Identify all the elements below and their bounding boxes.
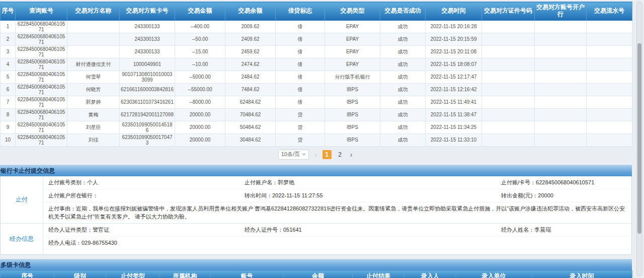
table-cell bbox=[535, 96, 587, 108]
table-cell bbox=[535, 108, 587, 121]
transactions-header-row: 序号查询账号交易对方名称交易对方账卡号交易金额交易余额借贷标志交易类型交易是否成… bbox=[1, 2, 632, 21]
table-cell bbox=[535, 45, 587, 58]
column-header: 查询账号 bbox=[16, 2, 67, 21]
table-cell: EPAY bbox=[325, 45, 380, 58]
table-cell bbox=[67, 45, 120, 58]
table-cell: 贷 bbox=[276, 108, 325, 121]
table-cell: 3 bbox=[1, 45, 16, 58]
table-cell: IBPS bbox=[325, 108, 380, 121]
stop-account-name-field: 止付账户名：郭梦艳 bbox=[245, 179, 501, 186]
table-cell: --15.00 bbox=[175, 45, 225, 58]
table-row: 96228450068040610571刘星臣62350109905001451… bbox=[1, 121, 632, 133]
table-cell: 刘星臣 bbox=[67, 121, 120, 133]
table-cell: 贷 bbox=[276, 121, 325, 133]
scrollbar-thumb[interactable] bbox=[637, 43, 641, 234]
table-cell: 6235010990500170473 bbox=[120, 133, 175, 146]
column-header: 交易金额 bbox=[175, 2, 225, 21]
table-cell bbox=[535, 33, 587, 45]
table-cell: 成功 bbox=[380, 121, 426, 133]
table-cell: 6228450068040610571 bbox=[16, 71, 67, 83]
table-row: 86228450068040610571黄梅621728194200112709… bbox=[1, 108, 632, 121]
table-cell: 6228450068040610571 bbox=[16, 108, 67, 121]
chevron-right-icon[interactable]: › bbox=[349, 150, 354, 159]
table-cell: 243300133 bbox=[120, 33, 175, 45]
table-cell bbox=[482, 20, 535, 33]
table-cell bbox=[482, 83, 535, 96]
table-cell: 2022-11-15 11:49:41 bbox=[426, 96, 482, 108]
table-cell: 黄梅 bbox=[67, 108, 120, 121]
table-cell: 分行版手机银行 bbox=[325, 71, 380, 83]
table-cell: 243300133 bbox=[120, 20, 175, 33]
table-cell: 20000.00 bbox=[175, 133, 225, 146]
table-row: 106228450068040610571刘佳62350109905001704… bbox=[1, 133, 632, 146]
table-cell: 2459.62 bbox=[225, 45, 276, 58]
table-row: 76228450068040610571郭梦婷62303611010734162… bbox=[1, 96, 632, 108]
column-header: 账号 bbox=[210, 270, 284, 278]
column-header: 交易对方名称 bbox=[67, 2, 120, 21]
table-cell: 2009.62 bbox=[225, 20, 276, 33]
table-cell bbox=[535, 83, 587, 96]
table-cell bbox=[482, 108, 535, 121]
table-cell: 5 bbox=[1, 71, 16, 83]
stop-payment-section-label: 止付 bbox=[1, 176, 43, 223]
table-cell: 6230361101073416261 bbox=[120, 96, 175, 108]
table-cell bbox=[535, 71, 587, 83]
table-cell: 财付通微信支付 bbox=[67, 58, 120, 71]
chevron-left-icon[interactable]: ‹ bbox=[313, 150, 318, 159]
table-cell bbox=[587, 83, 632, 96]
column-header: 录入单位 bbox=[456, 270, 532, 278]
table-cell bbox=[587, 33, 632, 45]
page-size-select[interactable]: 10条/页 bbox=[278, 150, 309, 160]
table-cell: 50484.62 bbox=[225, 121, 276, 133]
table-cell: 何晓芳 bbox=[67, 83, 120, 96]
table-cell: 借 bbox=[276, 83, 325, 96]
table-cell: 2022-11-15 11:33:10 bbox=[426, 133, 482, 146]
table-cell: 6228450068040610571 bbox=[16, 33, 67, 45]
table-cell: IBPS bbox=[325, 96, 380, 108]
handler-info-section-label: 经办信息 bbox=[1, 224, 43, 254]
column-header: 止付类型 bbox=[106, 270, 160, 278]
table-cell: IBPS bbox=[325, 133, 380, 146]
table-cell: 20000.00 bbox=[175, 121, 225, 133]
table-cell: 1000049901 bbox=[120, 58, 175, 71]
table-cell: 9 bbox=[1, 121, 16, 133]
transfer-time-field: 转出时间：2022-11-15 11:27:55 bbox=[245, 192, 501, 199]
table-row: 16228450068040610571243300133--400.00200… bbox=[1, 20, 632, 33]
table-cell bbox=[587, 96, 632, 108]
handler-id-number-field: 经办人证件号：051641 bbox=[245, 226, 501, 234]
table-cell: 何雪琴 bbox=[67, 71, 120, 83]
table-cell bbox=[482, 71, 535, 83]
column-header: 交易对方账号开户行 bbox=[535, 2, 587, 21]
table-row: 36228450068040610571243300133--15.002459… bbox=[1, 45, 632, 58]
column-header: 交易流水号 bbox=[587, 2, 632, 21]
stop-payment-panel: 止付 止付账号类别：个人 止付账户名：郭梦艳 止付账/卡号：6228450068… bbox=[0, 176, 632, 255]
table-cell: 6228450068040610571 bbox=[16, 121, 67, 133]
column-header: 所属机构 bbox=[160, 270, 210, 278]
page: 序号查询账号交易对方名称交易对方账卡号交易金额交易余额借贷标志交易类型交易是否成… bbox=[0, 0, 644, 278]
table-cell bbox=[482, 33, 535, 45]
page-button-2[interactable]: 2 bbox=[336, 150, 345, 159]
table-cell: 成功 bbox=[380, 96, 426, 108]
page-button-1[interactable]: 1 bbox=[323, 150, 332, 159]
table-cell: 成功 bbox=[380, 83, 426, 96]
table-cell: 成功 bbox=[380, 20, 426, 33]
table-cell bbox=[67, 20, 120, 33]
stop-payment-row: 止付账号类别：个人 止付账户名：郭梦艳 止付账/卡号：6228450068040… bbox=[43, 176, 631, 189]
table-cell: --55000.00 bbox=[175, 83, 225, 96]
table-cell: 10 bbox=[1, 133, 16, 146]
column-header: 序号 bbox=[1, 270, 54, 278]
column-header: 录入人 bbox=[405, 270, 456, 278]
scrollbar-track[interactable] bbox=[636, 2, 642, 276]
table-cell: 2022-11-15 20:15:59 bbox=[426, 33, 482, 45]
table-cell: --8000.00 bbox=[175, 96, 225, 108]
column-header: 交易类型 bbox=[325, 2, 380, 21]
table-cell: 成功 bbox=[380, 45, 426, 58]
table-cell bbox=[482, 58, 535, 71]
table-cell: --10.00 bbox=[175, 58, 225, 71]
table-cell bbox=[587, 71, 632, 83]
stop-payment-section: 止付 止付账号类别：个人 止付账户名：郭梦艳 止付账/卡号：6228450068… bbox=[1, 176, 631, 224]
column-header: 交易是否成功 bbox=[380, 2, 426, 21]
table-cell: 1 bbox=[1, 20, 16, 33]
table-cell: 成功 bbox=[380, 71, 426, 83]
column-header: 交易余额 bbox=[225, 2, 276, 21]
